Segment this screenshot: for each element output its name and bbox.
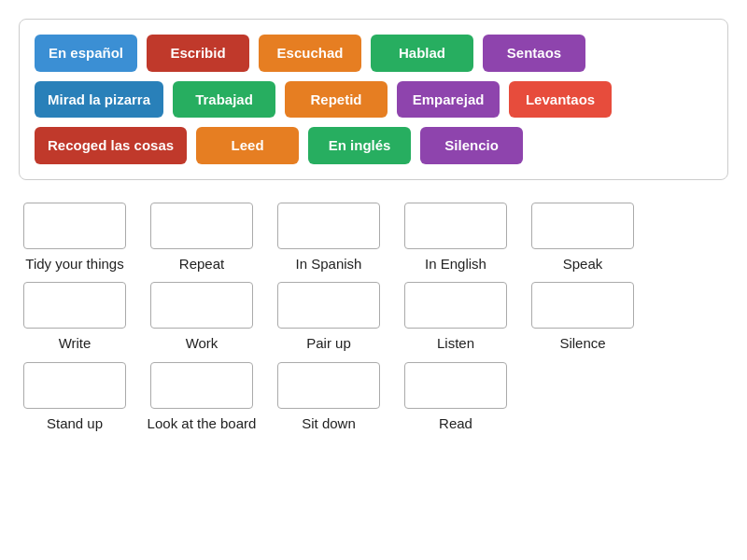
match-item: Speak xyxy=(527,203,639,273)
match-label: In English xyxy=(425,255,486,273)
match-item: In Spanish xyxy=(273,203,385,273)
match-row-1: WriteWorkPair upListenSilence xyxy=(19,282,728,353)
spanish-word-button[interactable]: Silencio xyxy=(420,127,523,164)
match-label: Repeat xyxy=(179,255,224,273)
spanish-word-button[interactable]: Escuchad xyxy=(259,35,361,72)
match-row-0: Tidy your thingsRepeatIn SpanishIn Engli… xyxy=(19,203,728,273)
match-item: Repeat xyxy=(146,203,258,273)
spanish-word-button[interactable]: En inglés xyxy=(308,127,411,164)
match-drop-box[interactable] xyxy=(277,282,380,329)
match-drop-box[interactable] xyxy=(150,282,253,329)
match-label: Write xyxy=(59,334,92,353)
match-drop-box[interactable] xyxy=(404,362,507,409)
spanish-word-button[interactable]: Leed xyxy=(196,127,299,164)
match-item: Sit down xyxy=(273,362,385,433)
match-drop-box[interactable] xyxy=(150,203,253,249)
match-item: Pair up xyxy=(273,282,385,353)
match-drop-box[interactable] xyxy=(23,282,126,329)
spanish-word-button[interactable]: Trabajad xyxy=(173,81,275,119)
match-drop-box[interactable] xyxy=(277,362,380,409)
match-label: Silence xyxy=(559,334,605,353)
match-item: Work xyxy=(146,282,258,353)
match-label: Pair up xyxy=(306,334,351,353)
match-label: Listen xyxy=(437,334,474,353)
match-drop-box[interactable] xyxy=(23,362,126,409)
match-item: Listen xyxy=(400,282,512,353)
spanish-word-button[interactable]: Recoged las cosas xyxy=(35,127,187,164)
match-drop-box[interactable] xyxy=(531,282,634,329)
match-item: Silence xyxy=(527,282,639,353)
button-row-1: Mirad la pizarraTrabajadRepetidEmparejad… xyxy=(35,81,712,119)
match-section: Tidy your thingsRepeatIn SpanishIn Engli… xyxy=(19,203,728,433)
match-item: Read xyxy=(400,362,512,433)
match-drop-box[interactable] xyxy=(404,282,507,329)
match-item: In English xyxy=(400,203,512,273)
match-drop-box[interactable] xyxy=(23,203,126,249)
match-item: Stand up xyxy=(19,362,131,433)
match-label: Speak xyxy=(563,255,603,273)
match-label: Read xyxy=(439,414,472,433)
match-label: Look at the board xyxy=(148,414,257,433)
match-label: Work xyxy=(186,334,218,353)
match-drop-box[interactable] xyxy=(404,203,507,249)
spanish-word-button[interactable]: Mirad la pizarra xyxy=(35,81,163,119)
match-label: Stand up xyxy=(47,414,103,433)
spanish-word-button[interactable]: Escribid xyxy=(147,35,249,72)
match-row-2: Stand upLook at the boardSit downRead xyxy=(19,362,728,433)
spanish-word-button[interactable]: Repetid xyxy=(285,81,388,119)
match-item: Tidy your things xyxy=(19,203,131,273)
match-item: Look at the board xyxy=(146,362,258,433)
match-label: Sit down xyxy=(302,414,356,433)
match-label: Tidy your things xyxy=(25,255,123,273)
match-item: Write xyxy=(19,282,131,353)
spanish-word-button[interactable]: Sentaos xyxy=(483,35,585,72)
match-drop-box[interactable] xyxy=(150,362,253,409)
match-drop-box[interactable] xyxy=(277,203,380,249)
button-row-0: En españolEscribidEscuchadHabladSentaos xyxy=(35,35,712,72)
spanish-word-button[interactable]: Hablad xyxy=(371,35,473,72)
spanish-word-button[interactable]: Levantaos xyxy=(509,81,612,119)
spanish-word-button[interactable]: Emparejad xyxy=(397,81,500,119)
match-drop-box[interactable] xyxy=(531,203,634,249)
top-buttons-area: En españolEscribidEscuchadHabladSentaos … xyxy=(19,19,728,180)
button-row-2: Recoged las cosasLeedEn inglésSilencio xyxy=(35,127,712,164)
spanish-word-button[interactable]: En español xyxy=(35,35,137,72)
match-label: In Spanish xyxy=(296,255,362,273)
